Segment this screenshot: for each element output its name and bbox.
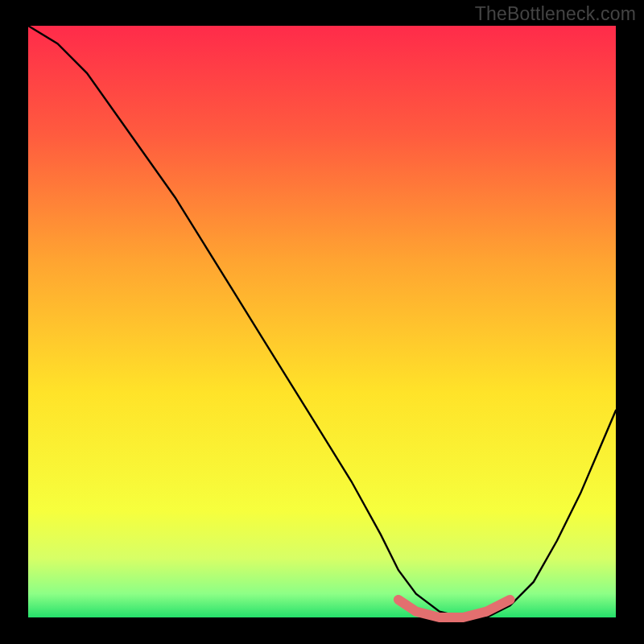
chart-svg <box>0 0 644 644</box>
watermark-text: TheBottleneck.com <box>475 3 636 25</box>
chart-frame: TheBottleneck.com <box>0 0 644 644</box>
